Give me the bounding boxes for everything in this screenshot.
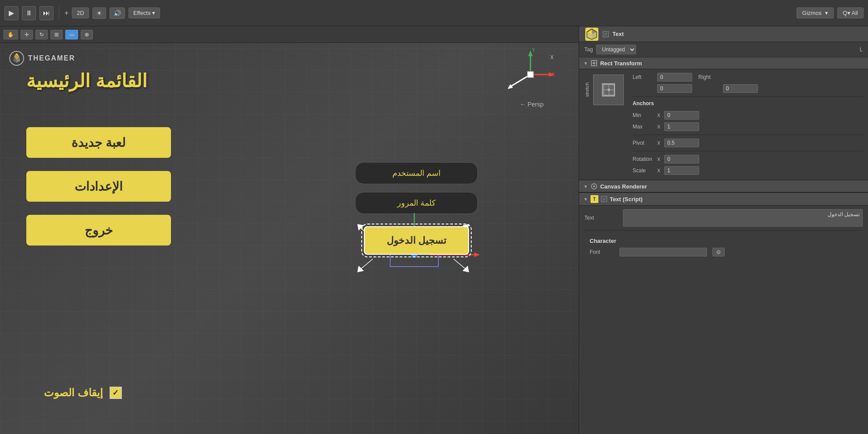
text-script-checkbox[interactable]: ✓: [601, 196, 607, 202]
username-field[interactable]: اسم المستخدم: [355, 162, 478, 184]
scene-view[interactable]: ✋ ✛ ↻ ⊞ ▭ ⊕ THEGAMER القائمة الرئيسية لع…: [0, 26, 579, 434]
settings-button[interactable]: الإعدادات: [26, 171, 171, 202]
hand-tool-button[interactable]: ✋: [4, 30, 18, 39]
svg-text:Y: Y: [532, 48, 535, 53]
max-x-label: X: [657, 124, 660, 129]
text-field-input[interactable]: تسجيل الدخول: [623, 209, 863, 227]
rect-tool-button[interactable]: ▭: [65, 30, 78, 39]
rect-visual[interactable]: [593, 75, 624, 105]
right-value-input[interactable]: [723, 84, 758, 93]
rect-transform-section-header: ▼ Rect Transform: [579, 57, 868, 69]
menu-buttons: لعبة جديدة الإعدادات خروج: [26, 127, 171, 245]
tag-row: Tag Untagged L: [579, 42, 868, 57]
divider-2: [633, 135, 863, 135]
rect-transform-icon: [591, 60, 598, 67]
rect-props-right: Left Right Anchors Min X: [633, 73, 863, 175]
separator-1: [59, 7, 59, 20]
login-button[interactable]: تسجيل الدخول: [364, 226, 469, 255]
password-field[interactable]: كلمة المرور: [355, 192, 478, 214]
divider-3: [633, 151, 863, 151]
left-input[interactable]: [657, 73, 692, 82]
min-x-label: X: [657, 113, 660, 118]
rotate-tool-button[interactable]: ↻: [36, 30, 48, 39]
2d-button[interactable]: 2D: [72, 7, 89, 18]
left-right-row: Left Right: [633, 73, 863, 82]
svg-text:X: X: [550, 54, 554, 60]
rect-grid-icon: [603, 84, 614, 96]
anchor-max-row: Max X: [633, 122, 863, 131]
svg-text:X: X: [551, 71, 555, 78]
divider-1: [633, 96, 863, 97]
svg-rect-13: [527, 71, 534, 78]
text-script-check: ✓: [602, 197, 606, 202]
move-tool-button[interactable]: ✛: [21, 30, 33, 39]
rotation-row: Rotation X: [633, 155, 863, 164]
anchor-min-row: Min X: [633, 111, 863, 120]
max-x-input[interactable]: [664, 122, 699, 131]
font-label: Font: [590, 249, 616, 255]
mute-label: إيقاف الصوت: [44, 387, 103, 399]
rotation-x-label: X: [657, 157, 660, 162]
rect-inner: [602, 83, 615, 96]
gizmos-button[interactable]: Gizmos ▾: [797, 7, 834, 18]
font-input[interactable]: [619, 248, 707, 256]
text-component-label: Text: [612, 31, 624, 37]
text-component-checkbox[interactable]: ✓: [603, 31, 609, 37]
max-label: Max: [633, 124, 655, 130]
gizmos-label: Gizmos: [802, 10, 822, 16]
rect-transform-title: Rect Transform: [600, 60, 642, 67]
unity-cube-icon: [584, 27, 599, 42]
pivot-x-input[interactable]: [664, 139, 699, 147]
text-field-label: Text: [584, 215, 619, 221]
audio-icon: 🔊: [114, 10, 121, 17]
scale-tool-button[interactable]: ⊞: [50, 30, 63, 39]
pivot-label: Pivot: [633, 140, 655, 146]
mute-checkbox[interactable]: ✓: [110, 387, 122, 399]
svg-marker-20: [357, 266, 364, 272]
text-props: Text تسجيل الدخول Character Font ⊙: [579, 206, 868, 265]
tag-dropdown[interactable]: Untagged: [596, 45, 636, 54]
step-button[interactable]: ⏭: [39, 6, 53, 20]
login-form: اسم المستخدم كلمة المرور: [355, 162, 478, 255]
combined-tool-button[interactable]: ⊕: [81, 30, 93, 39]
text-script-icon: T: [591, 195, 598, 203]
gizmos-arrow-icon: ▾: [825, 10, 828, 16]
exit-button[interactable]: خروج: [26, 215, 171, 245]
pause-button[interactable]: ⏸: [22, 6, 36, 20]
svg-marker-22: [462, 266, 469, 272]
rotation-x-input[interactable]: [664, 155, 699, 164]
sun-button[interactable]: ☀: [92, 7, 106, 19]
svg-point-42: [608, 89, 610, 91]
canvas-renderer-arrow-icon: ▼: [583, 184, 588, 189]
left-right-values-row: [633, 84, 863, 93]
component-header: ✓ Text: [579, 26, 868, 42]
effects-button[interactable]: Effects ▾: [128, 7, 160, 18]
play-button[interactable]: ▶: [4, 6, 18, 20]
font-select-button[interactable]: ⊙: [712, 248, 725, 256]
logo-area: THEGAMER: [9, 50, 75, 66]
new-game-button[interactable]: لعبة جديدة: [26, 127, 171, 158]
login-btn-label: تسجيل الدخول: [387, 235, 446, 246]
anchors-label: Anchors: [633, 100, 654, 107]
pivot-x-label: X: [657, 140, 660, 146]
scale-row: Scale X: [633, 166, 863, 175]
audio-button[interactable]: 🔊: [110, 7, 125, 19]
password-placeholder: كلمة المرور: [397, 198, 436, 208]
divider-char: [584, 230, 863, 231]
canvas-renderer-header: ▼ Canvas Renderer: [579, 181, 868, 192]
text-script-arrow-icon: ▼: [583, 197, 588, 202]
effects-label: Effects: [133, 10, 151, 16]
layers-button[interactable]: Q▾ All: [837, 7, 864, 18]
canvas-renderer-icon: [591, 183, 598, 190]
right-panel: ✓ Text Tag Untagged L ▼ Rect Transform: [579, 26, 868, 434]
min-x-input[interactable]: [664, 111, 699, 120]
layers-label: Q▾ All: [843, 10, 858, 16]
persp-label: ← Persp: [520, 101, 544, 108]
logo-icon: [9, 50, 25, 66]
rotation-label: Rotation: [633, 156, 655, 162]
main-area: ✋ ✛ ↻ ⊞ ▭ ⊕ THEGAMER القائمة الرئيسية لع…: [0, 26, 868, 434]
scale-x-input[interactable]: [664, 166, 699, 175]
left-value-input[interactable]: [657, 84, 692, 93]
main-toolbar: ▶ ⏸ ⏭ + 2D ☀ 🔊 Effects ▾ Gizmos ▾ Q▾ All: [0, 0, 868, 26]
rect-transform-arrow-icon: ▼: [583, 61, 588, 66]
